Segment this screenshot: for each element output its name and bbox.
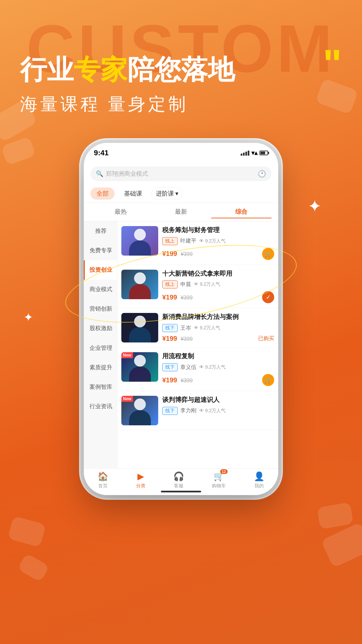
wifi-icon: ▾▴ [251, 149, 257, 157]
hero-title-part2: 陪您落地 [127, 55, 235, 85]
course-original-price-1: ¥399 [181, 251, 193, 257]
course-original-price-4: ¥399 [181, 378, 193, 383]
sidebar-item-free[interactable]: 免费专享 [84, 241, 117, 260]
sidebar-item-investment[interactable]: 投资创业 [84, 260, 117, 280]
course-meta-3: 线下 王岑 👁 9.2万人气 [162, 324, 274, 332]
sort-tab-new[interactable]: 最新 [151, 206, 211, 218]
course-title-5: 谈判博弈与超速识人 [162, 396, 274, 404]
hero-title: 行业专家陪您落地 [20, 54, 342, 86]
course-price-1: ¥199 [162, 250, 177, 257]
course-thumb-2 [121, 270, 158, 299]
course-original-price-3: ¥399 [181, 336, 193, 342]
sparkle-1: ✦ [308, 197, 322, 216]
course-views-3: 👁 9.2万人气 [194, 325, 220, 331]
course-info-3: 新消费品牌增长方法与案例 线下 王岑 👁 9.2万人气 ¥199 ¥399 已购… [162, 313, 274, 342]
cart-icon: 🛒 12 [214, 471, 224, 482]
nav-item-service[interactable]: 🎧 客服 [173, 471, 184, 489]
nav-label-category: 分类 [136, 483, 145, 489]
new-badge-5: New [121, 396, 133, 402]
sort-tab-hot[interactable]: 最热 [90, 206, 151, 218]
course-price-row-3: ¥199 ¥399 已购买 [162, 335, 274, 342]
nav-label-home: 首页 [98, 483, 108, 489]
course-views-2: 👁 9.2万人气 [194, 281, 220, 287]
course-tag-2: 线上 [162, 280, 178, 288]
course-item-2[interactable]: 十大新营销公式拿来即用 线上 申晨 👁 9.2万人气 ¥199 ¥399 ✓ [117, 265, 278, 309]
sidebar-item-news[interactable]: 行业资讯 [84, 397, 117, 416]
home-indicator [161, 491, 201, 492]
course-tag-5: 线下 [162, 407, 178, 415]
search-bar[interactable]: 🔍 郑翔洲商业模式 🕐 [90, 166, 272, 181]
course-thumb-3 [121, 313, 158, 342]
course-teacher-2: 申晨 [180, 281, 191, 288]
sidebar-item-equity[interactable]: 股权激励 [84, 319, 117, 338]
nav-item-category[interactable]: ▶ 分类 [136, 471, 145, 489]
sidebar-item-quality[interactable]: 素质提升 [84, 358, 117, 377]
filter-tab-advanced-label: 进阶课 [156, 190, 174, 198]
cart-badge: 12 [220, 469, 228, 474]
course-info-4: 用流程复制 线下 章义伍 👁 9.2万人气 ¥199 ¥399 🛒 [162, 352, 274, 386]
course-title-2: 十大新营销公式拿来即用 [162, 270, 274, 278]
sidebar-item-business[interactable]: 商业模式 [84, 280, 117, 299]
course-title-4: 用流程复制 [162, 352, 274, 361]
cart-button-1[interactable]: 🛒 [262, 248, 274, 260]
phone-mockup: 9:41 ▾▴ 🔍 郑翔洲商业模式 🕐 全部 [84, 143, 278, 495]
content-area: 推荐 免费专享 投资创业 商业模式 营销创新 股权激励 企业管理 素质提升 案例… [84, 221, 278, 482]
search-placeholder: 郑翔洲商业模式 [106, 170, 255, 178]
nav-label-cart: 购物车 [212, 483, 226, 489]
course-original-price-2: ¥399 [181, 295, 193, 301]
nav-label-profile: 我的 [254, 483, 264, 489]
profile-icon: 👤 [254, 471, 264, 482]
filter-tab-advanced[interactable]: 进阶课 ▾ [152, 187, 183, 200]
course-thumb-4: New [121, 352, 158, 382]
nav-item-home[interactable]: 🏠 首页 [98, 471, 108, 489]
deco-shape-6 [321, 522, 362, 568]
course-item-3[interactable]: 新消费品牌增长方法与案例 线下 王岑 👁 9.2万人气 ¥199 ¥399 已购… [117, 308, 278, 347]
category-icon: ▶ [137, 471, 144, 482]
sidebar-item-recommend[interactable]: 推荐 [84, 221, 117, 241]
course-meta-5: 线下 李力刚 👁 9.2万人气 [162, 407, 274, 415]
deco-shape-7 [317, 502, 354, 529]
filter-tabs: 全部 基础课 进阶课 ▾ [84, 184, 278, 203]
course-info-5: 谈判博弈与超速识人 线下 李力刚 👁 9.2万人气 [162, 396, 274, 425]
nav-label-service: 客服 [174, 483, 183, 489]
sidebar-item-marketing[interactable]: 营销创新 [84, 299, 117, 319]
course-list: 税务筹划与财务管理 线上 叶建平 👁 9.2万人气 ¥199 ¥399 🛒 [117, 221, 278, 482]
course-price-row-1: ¥199 ¥399 🛒 [162, 248, 274, 260]
phone-status-icons: ▾▴ [241, 149, 268, 157]
filter-tab-all[interactable]: 全部 [90, 187, 115, 200]
phone-time: 9:41 [94, 149, 109, 157]
sort-tab-overall[interactable]: 综合 [211, 206, 272, 218]
sidebar-item-cases[interactable]: 案例智库 [84, 377, 117, 397]
sidebar-item-management[interactable]: 企业管理 [84, 338, 117, 358]
course-teacher-3: 王岑 [180, 325, 191, 332]
course-item-1[interactable]: 税务筹划与财务管理 线上 叶建平 👁 9.2万人气 ¥199 ¥399 🛒 [117, 221, 278, 265]
course-teacher-4: 章义伍 [180, 364, 196, 371]
cart-button-4[interactable]: 🛒 [262, 374, 274, 386]
course-views-5: 👁 9.2万人气 [199, 408, 226, 414]
course-item-4[interactable]: New 用流程复制 线下 章义伍 👁 9.2万人气 [117, 347, 278, 391]
course-teacher-5: 李力刚 [180, 407, 196, 414]
course-meta-2: 线上 申晨 👁 9.2万人气 [162, 280, 274, 288]
purchased-label-3: 已购买 [258, 335, 274, 342]
course-price-row-2: ¥199 ¥399 ✓ [162, 291, 274, 303]
new-badge-4: New [121, 352, 133, 358]
hero-section: 行业专家陪您落地 海量课程 量身定制 [0, 0, 362, 129]
battery-icon [259, 151, 268, 155]
course-price-2: ¥199 [162, 293, 177, 301]
course-views-4: 👁 9.2万人气 [199, 364, 226, 370]
filter-tab-basic[interactable]: 基础课 [118, 187, 148, 200]
deco-shape-3 [8, 516, 46, 547]
phone-wrapper: ✦ ✦ 9:41 ▾▴ 🔍 郑翔洲商业模式 [0, 143, 362, 495]
course-item-5[interactable]: New 谈判博弈与超速识人 线下 李力刚 👁 9.2万人气 [117, 391, 278, 430]
course-price-row-4: ¥199 ¥399 🛒 [162, 374, 274, 386]
course-thumb-5: New [121, 396, 158, 425]
nav-item-profile[interactable]: 👤 我的 [254, 471, 264, 489]
cart-button-2[interactable]: ✓ [262, 291, 274, 303]
course-meta-4: 线下 章义伍 👁 9.2万人气 [162, 363, 274, 371]
course-title-1: 税务筹划与财务管理 [162, 226, 274, 234]
course-meta-1: 线上 叶建平 👁 9.2万人气 [162, 237, 274, 245]
nav-item-cart[interactable]: 🛒 12 购物车 [212, 471, 226, 489]
chevron-down-icon: ▾ [175, 190, 178, 197]
course-teacher-1: 叶建平 [180, 237, 196, 245]
course-info-2: 十大新营销公式拿来即用 线上 申晨 👁 9.2万人气 ¥199 ¥399 ✓ [162, 270, 274, 304]
